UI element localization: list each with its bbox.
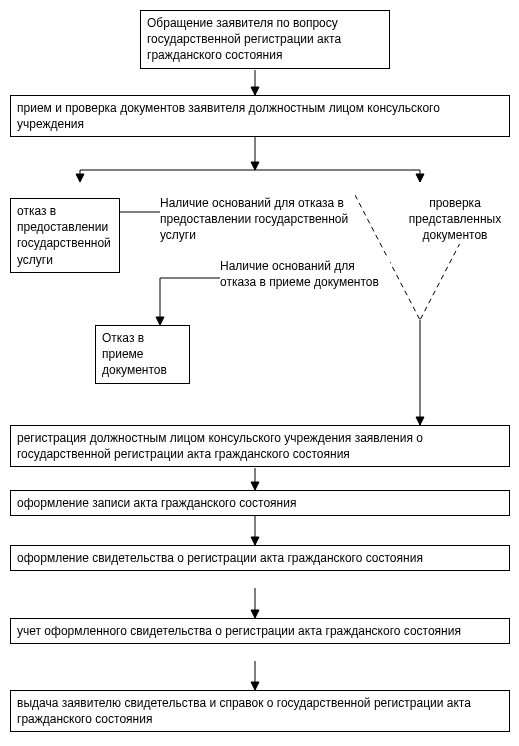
box-deliver-certificate: выдача заявителю свидетельства и справок… xyxy=(10,690,510,732)
svg-marker-6 xyxy=(76,174,84,182)
svg-marker-3 xyxy=(251,162,259,170)
svg-marker-16 xyxy=(251,482,259,490)
box-receive-check-docs: прием и проверка документов заявителя до… xyxy=(10,95,510,137)
box-account-certificate: учет оформленного свидетельства о регист… xyxy=(10,618,510,644)
svg-marker-20 xyxy=(251,610,259,618)
box-record-act: оформление записи акта гражданского сост… xyxy=(10,490,510,516)
box-issue-certificate: оформление свидетельства о регистрации а… xyxy=(10,545,510,571)
svg-marker-14 xyxy=(156,317,164,325)
box-refusal-receipt: Отказ в приеме документов xyxy=(95,325,190,384)
box-applicant-request: Обращение заявителя по вопросу государст… xyxy=(140,10,390,69)
label-check-documents: проверка представленных документов xyxy=(400,195,510,244)
svg-marker-1 xyxy=(251,87,259,95)
box-register-application: регистрация должностным лицом консульско… xyxy=(10,425,510,467)
label-grounds-refuse-receipt: Наличие оснований для отказа в приеме до… xyxy=(220,258,390,290)
svg-marker-12 xyxy=(416,417,424,425)
svg-marker-8 xyxy=(416,174,424,182)
svg-marker-22 xyxy=(251,682,259,690)
box-refusal-service: отказ в предоставлении государственной у… xyxy=(10,198,120,273)
label-grounds-refuse-service: Наличие оснований для отказа в предостав… xyxy=(160,195,355,244)
svg-marker-18 xyxy=(251,537,259,545)
